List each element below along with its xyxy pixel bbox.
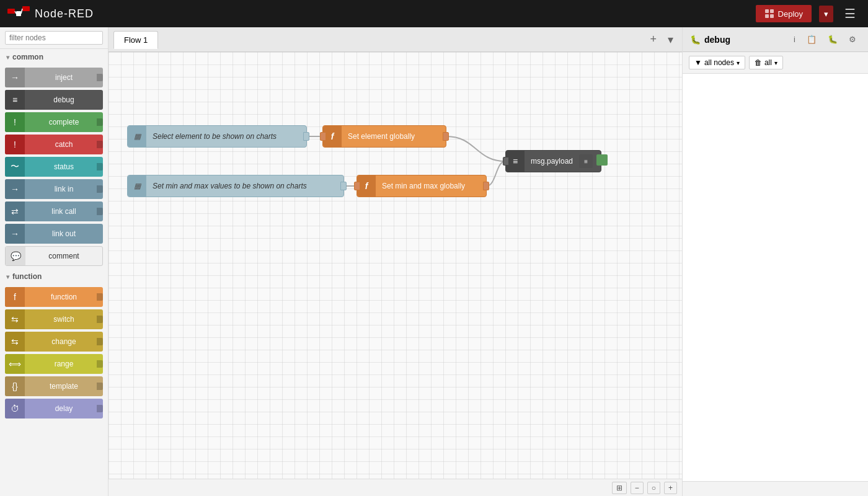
right-panel-header: 🐛 debug i 📋 🐛 ⚙ <box>683 27 868 52</box>
debug-filter-button[interactable]: 🐛 <box>823 32 842 46</box>
node-item-template[interactable]: {}template <box>5 376 103 396</box>
node-item-debug[interactable]: ≡debug <box>5 90 103 110</box>
flow-node-n4[interactable]: fSet min and max globally <box>356 175 487 197</box>
node-item-comment[interactable]: 💬comment <box>5 246 103 266</box>
node-icon-template: {} <box>5 376 25 396</box>
node-item-delay[interactable]: ⏱delay <box>5 399 103 418</box>
tab-flow1[interactable]: Flow 1 <box>113 31 158 49</box>
node-label-switch: switch <box>25 315 103 324</box>
node-label-debug: debug <box>25 95 103 104</box>
info-panel-button[interactable]: i <box>789 32 800 46</box>
debug-btn-list-n5[interactable]: ≡ <box>579 154 593 168</box>
node-port-right-change <box>97 338 103 345</box>
menu-icon: ☰ <box>844 7 856 20</box>
node-icon-link-in: → <box>5 179 25 199</box>
debug-title-label: debug <box>704 35 730 45</box>
flow-port-right-n1 <box>303 132 309 141</box>
node-icon-delay: ⏱ <box>5 399 25 418</box>
node-icon-range: ⟺ <box>5 354 25 374</box>
flow-node-label-n2: Set element globally <box>342 132 446 141</box>
category-label-common: common <box>12 53 43 61</box>
flow-canvas[interactable]: ▦Select element to be shown on chartsfSe… <box>108 52 682 479</box>
clear-all-button[interactable]: 🗑 all ▾ <box>749 56 783 69</box>
node-port-right-status <box>97 163 103 170</box>
svg-rect-7 <box>765 14 769 18</box>
node-icon-catch: ! <box>5 135 25 154</box>
node-port-right-catch <box>97 141 103 148</box>
main-layout: ▾ common→inject≡debug!complete!catch〜sta… <box>0 27 868 496</box>
deploy-dropdown-button[interactable]: ▾ <box>819 6 833 22</box>
node-item-change[interactable]: ⇆change <box>5 332 103 352</box>
right-status-bar <box>683 481 868 496</box>
node-label-delay: delay <box>25 404 103 413</box>
debug-btn-green-n5[interactable] <box>596 154 608 166</box>
connection-n2-n5 <box>446 136 505 161</box>
node-port-right-link-call <box>97 208 103 215</box>
flow-port-right-n2 <box>443 132 449 141</box>
flow-node-label-n5: msg.payload <box>525 157 579 166</box>
flow-port-left-n2 <box>320 132 326 141</box>
filter-nodes-input[interactable] <box>5 31 103 45</box>
node-port-right-switch <box>97 316 103 323</box>
topbar: Node-RED Deploy ▾ ☰ <box>0 0 868 27</box>
flow-node-n2[interactable]: fSet element globally <box>322 125 446 148</box>
add-tab-button[interactable]: + <box>646 32 660 48</box>
tab-actions: + ▾ <box>646 32 677 48</box>
node-label-comment: comment <box>25 252 102 260</box>
node-label-link-out: link out <box>25 229 103 238</box>
flow-node-n1[interactable]: ▦Select element to be shown on charts <box>127 125 307 148</box>
flow-node-label-n3: Set min and max values to be shown on ch… <box>146 182 343 190</box>
node-list-common: →inject≡debug!complete!catch〜status→link… <box>0 65 108 268</box>
flow-node-n5[interactable]: ≡msg.payload≡ <box>505 150 601 172</box>
node-item-range[interactable]: ⟺range <box>5 354 103 374</box>
node-label-link-call: link call <box>25 207 103 216</box>
book-panel-button[interactable]: 📋 <box>802 32 821 46</box>
panel-action-buttons: i 📋 🐛 ⚙ <box>789 32 861 46</box>
deploy-button[interactable]: Deploy <box>756 5 812 22</box>
flow-port-left-n5 <box>503 157 509 166</box>
flow-node-icon-n1: ▦ <box>128 126 146 147</box>
settings-panel-button[interactable]: ⚙ <box>844 32 861 46</box>
filter-icon: ▼ <box>694 58 702 67</box>
zoom-in-button[interactable]: + <box>664 482 677 494</box>
tab-bar: Flow 1 + ▾ <box>108 27 682 52</box>
node-label-inject: inject <box>25 73 103 82</box>
node-item-link-call[interactable]: ⇄link call <box>5 202 103 221</box>
node-item-status[interactable]: 〜status <box>5 157 103 177</box>
node-item-function[interactable]: ffunction <box>5 287 103 307</box>
node-icon-debug: ≡ <box>5 90 25 110</box>
node-item-inject[interactable]: →inject <box>5 68 103 87</box>
tab-flow1-label: Flow 1 <box>124 35 148 45</box>
all-nodes-filter-button[interactable]: ▼ all nodes ▾ <box>689 56 745 69</box>
zoom-out-button[interactable]: − <box>631 482 644 494</box>
node-item-link-in[interactable]: →link in <box>5 179 103 199</box>
node-label-link-in: link in <box>25 185 103 193</box>
connections-svg <box>108 52 682 479</box>
filter-nodes-container <box>0 27 108 49</box>
node-label-complete: complete <box>25 118 103 126</box>
node-item-catch[interactable]: !catch <box>5 135 103 154</box>
right-panel: 🐛 debug i 📋 🐛 ⚙ ▼ all nodes ▾ 🗑 all ▾ <box>682 27 868 496</box>
category-header-common[interactable]: ▾ common <box>0 49 108 65</box>
tab-menu-button[interactable]: ▾ <box>664 32 677 48</box>
node-item-link-out[interactable]: →link out <box>5 224 103 244</box>
node-item-complete[interactable]: !complete <box>5 112 103 132</box>
clear-dropdown-icon: ▾ <box>774 60 777 66</box>
node-item-switch[interactable]: ⇆switch <box>5 309 103 329</box>
zoom-reset-button[interactable]: ○ <box>647 482 660 494</box>
logo-icon <box>7 6 30 21</box>
node-icon-function: f <box>5 287 25 307</box>
flow-node-label-n1: Select element to be shown on charts <box>146 132 306 141</box>
svg-rect-6 <box>770 9 774 13</box>
flow-node-n3[interactable]: ▦Set min and max values to be shown on c… <box>127 175 344 197</box>
menu-button[interactable]: ☰ <box>839 4 861 24</box>
category-header-function[interactable]: ▾ function <box>0 268 108 285</box>
svg-line-4 <box>21 9 22 14</box>
svg-rect-1 <box>16 11 21 16</box>
grid-button[interactable]: ⊞ <box>612 482 627 494</box>
node-port-right-function <box>97 293 103 301</box>
node-port-right-link-in <box>97 185 103 193</box>
app-name: Node-RED <box>35 7 94 20</box>
node-port-right-delay <box>97 405 103 412</box>
svg-line-3 <box>15 11 16 14</box>
